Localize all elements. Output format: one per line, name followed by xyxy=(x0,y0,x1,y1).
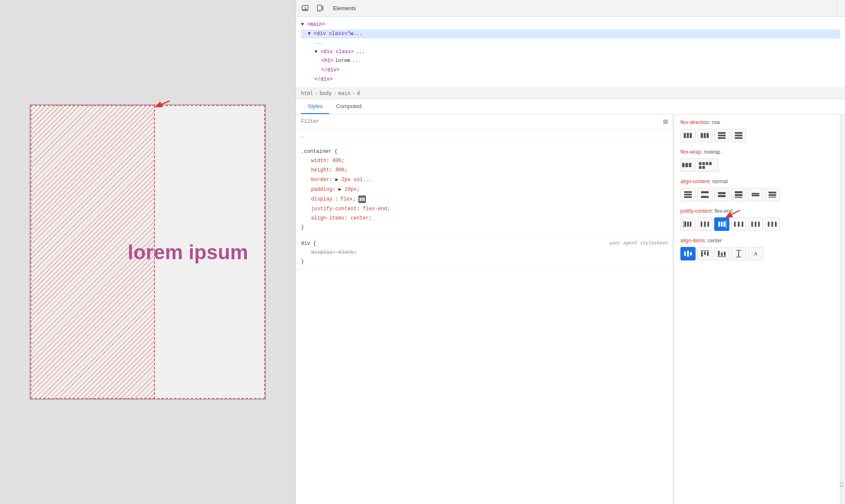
justify-content-btn-2[interactable] xyxy=(697,217,712,231)
justify-content-btn-3[interactable] xyxy=(714,217,729,231)
prop-display[interactable]: display: flex; xyxy=(311,195,668,204)
svg-rect-28 xyxy=(706,162,708,165)
flex-wrap-wrap-btn[interactable] xyxy=(697,158,718,172)
justify-content-btn-4[interactable] xyxy=(731,217,746,231)
svg-rect-45 xyxy=(769,192,776,193)
svg-rect-33 xyxy=(684,194,692,195)
prop-border[interactable]: border: ▶ 2px sol... xyxy=(311,175,668,185)
svg-rect-67 xyxy=(758,222,760,227)
align-content-btn-3[interactable] xyxy=(714,188,729,201)
svg-rect-9 xyxy=(363,198,365,201)
tree-line-ellipsis[interactable]: ... xyxy=(301,38,840,48)
devtools-scrollbar[interactable] xyxy=(840,114,845,504)
flex-wrap-icons xyxy=(680,158,833,172)
align-items-btn-1[interactable] xyxy=(680,247,696,260)
prop-height[interactable]: height: 80%; xyxy=(311,165,668,175)
align-items-btn-3[interactable] xyxy=(714,247,729,260)
svg-rect-44 xyxy=(752,195,759,196)
align-content-btn-4[interactable] xyxy=(731,188,746,201)
flex-dir-column-reverse-btn[interactable] xyxy=(731,129,746,142)
tree-line-main[interactable]: ▼ <main> xyxy=(301,20,840,30)
svg-rect-39 xyxy=(735,191,742,193)
align-items-btn-2[interactable] xyxy=(697,247,712,260)
tree-line-div-close2[interactable]: </div> xyxy=(301,75,840,84)
align-items-label: align-items: center xyxy=(680,238,833,244)
svg-rect-17 xyxy=(718,132,726,134)
justify-content-label: justify-content: flex-end xyxy=(680,208,833,214)
flex-dir-row-btn[interactable] xyxy=(680,129,696,142)
align-content-btn-2[interactable] xyxy=(697,188,712,201)
svg-rect-8 xyxy=(361,198,363,201)
tab-computed[interactable]: Computed xyxy=(329,99,368,114)
svg-rect-53 xyxy=(701,222,702,227)
svg-rect-18 xyxy=(718,135,726,136)
flex-wrap-section: flex-wrap: nowrap xyxy=(680,149,833,172)
align-items-btn-4[interactable] xyxy=(731,247,746,260)
svg-rect-34 xyxy=(684,196,692,198)
css-rule-div: div { user agent stylesheet display: blo… xyxy=(296,236,673,270)
svg-rect-49 xyxy=(685,222,686,227)
svg-rect-5 xyxy=(322,6,324,10)
flex-inspector-panel: flex-direction: row xyxy=(673,114,840,504)
svg-rect-38 xyxy=(718,195,726,197)
justify-content-section: justify-content: flex-end xyxy=(680,208,833,231)
svg-rect-20 xyxy=(735,132,742,134)
tree-line-div1[interactable]: ▼ <div class="w... xyxy=(301,30,840,39)
flex-wrap-nowrap-btn[interactable] xyxy=(680,158,696,172)
svg-rect-76 xyxy=(701,252,703,257)
prop-padding[interactable]: padding: ▶ 10px; xyxy=(311,185,668,195)
svg-rect-54 xyxy=(704,222,706,227)
flex-dir-row-reverse-btn[interactable] xyxy=(697,129,712,142)
inspect-button[interactable] xyxy=(299,3,311,14)
devtools-panel: Elements ▼ <main> ▼ <div class="w... ...… xyxy=(295,0,845,504)
prop-align-items[interactable]: align-items: center; xyxy=(311,214,668,223)
svg-rect-46 xyxy=(769,194,776,196)
breadcrumb-d[interactable]: d xyxy=(357,90,360,96)
svg-rect-79 xyxy=(718,251,720,256)
align-items-btn-5[interactable]: A xyxy=(748,247,763,260)
flex-dir-column-btn[interactable] xyxy=(714,129,729,142)
svg-rect-31 xyxy=(702,166,705,169)
align-content-btn-1[interactable] xyxy=(680,188,696,201)
filter-input[interactable] xyxy=(301,119,660,125)
tree-line-div-close1[interactable]: </div> xyxy=(301,66,840,75)
svg-rect-57 xyxy=(718,222,720,227)
svg-rect-7 xyxy=(360,198,361,201)
svg-rect-40 xyxy=(735,194,742,196)
tab-styles[interactable]: Styles xyxy=(301,99,329,114)
align-content-btn-5[interactable] xyxy=(748,188,763,201)
breadcrumb-html[interactable]: html xyxy=(301,90,313,96)
svg-rect-13 xyxy=(701,133,703,138)
css-properties: width: 80%; height: 80%; border: ▶ 2px s… xyxy=(301,156,668,224)
svg-rect-26 xyxy=(699,162,701,165)
breadcrumb-body[interactable]: body xyxy=(320,90,332,96)
justify-content-btn-1[interactable] xyxy=(680,217,696,231)
tree-line-h1[interactable]: <h1>lorem... xyxy=(301,57,840,66)
flex-direction-label: flex-direction: row xyxy=(680,119,833,125)
svg-rect-37 xyxy=(718,192,726,194)
prop-width[interactable]: width: 80%; xyxy=(311,156,668,166)
svg-rect-24 xyxy=(685,163,688,167)
align-content-icons xyxy=(680,188,833,201)
preview-panel: lorem ipsum xyxy=(0,0,295,504)
device-button[interactable] xyxy=(314,3,326,14)
flex-grid-icon[interactable]: ⊞ xyxy=(663,117,668,126)
user-agent-comment: user agent stylesheet xyxy=(609,239,668,248)
selector-container[interactable]: .container { xyxy=(301,147,668,156)
partial-dot: . xyxy=(301,133,668,140)
align-content-label: align-content: normal xyxy=(680,179,833,184)
justify-content-btn-6[interactable] xyxy=(765,217,780,231)
svg-rect-58 xyxy=(721,222,723,227)
flex-badge-icon[interactable] xyxy=(358,195,366,203)
prop-display-block[interactable]: display: block; xyxy=(311,248,668,257)
prop-justify-content[interactable]: justify-content: flex-end; xyxy=(311,204,668,214)
svg-rect-59 xyxy=(723,222,725,227)
tree-line-div2[interactable]: ▼ <div class=... xyxy=(301,48,840,57)
line-13-indicator: 13 xyxy=(839,482,844,487)
selector-div[interactable]: div { xyxy=(301,239,316,248)
brace-close-div: } xyxy=(301,257,668,266)
align-content-btn-6[interactable] xyxy=(765,188,780,201)
styles-panel: ⊞ . .container { width: 80%; height: 80%… xyxy=(296,114,673,504)
justify-content-btn-5[interactable] xyxy=(748,217,763,231)
breadcrumb-main[interactable]: main xyxy=(338,90,350,96)
